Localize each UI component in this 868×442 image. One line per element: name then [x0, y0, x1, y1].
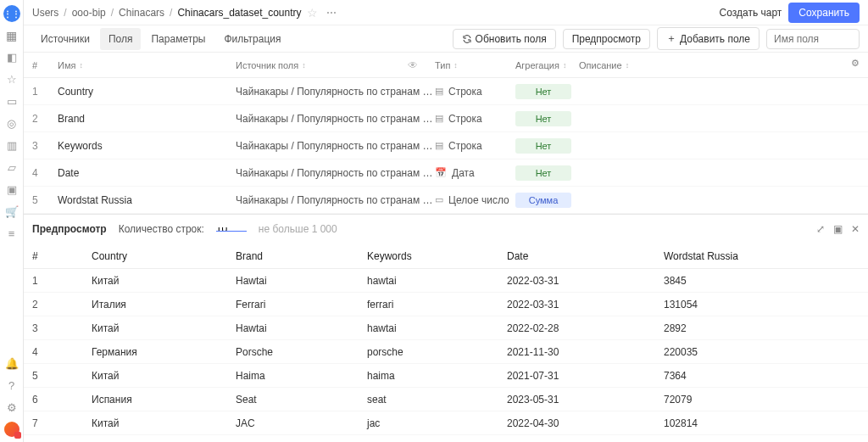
nav-item-3-icon[interactable]: ▭	[4, 93, 19, 109]
cell: Porsche	[236, 346, 367, 358]
close-icon[interactable]: ✕	[851, 223, 860, 235]
nav-item-6-icon[interactable]: ▱	[4, 159, 19, 175]
chart-icon[interactable]: ▥	[4, 137, 19, 153]
cell: 220035	[664, 346, 860, 358]
nav-item-9-icon[interactable]: ≡	[4, 226, 19, 241]
preview-header: Предпросмотр Количество строк: не больше…	[24, 215, 868, 243]
col-name[interactable]: Имя↕	[58, 60, 236, 70]
cell: 2022-03-31	[507, 275, 664, 287]
col-type[interactable]: Тип↕	[435, 60, 515, 70]
col-desc[interactable]: Описание↕	[579, 60, 689, 70]
gear-icon[interactable]: ⚙	[4, 400, 19, 415]
bell-icon[interactable]: 🔔	[4, 355, 19, 371]
cell: 3	[32, 322, 92, 334]
star-icon[interactable]: ☆	[4, 71, 19, 87]
crumb-2[interactable]: Chinacars	[119, 7, 164, 19]
type-icon: ▭	[435, 194, 443, 205]
field-type[interactable]: ▤Строка	[435, 113, 515, 125]
pcol-3: Keywords	[367, 250, 507, 262]
tab-filter[interactable]: Фильтрация	[215, 28, 289, 50]
cell: 1	[32, 275, 92, 287]
field-row[interactable]: 3KeywordsЧайнакары / Популярность по стр…	[24, 132, 868, 159]
field-row[interactable]: 1CountryЧайнакары / Популярность по стра…	[24, 78, 868, 105]
save-button[interactable]: Сохранить	[788, 3, 860, 23]
nav-item-7-icon[interactable]: ▣	[4, 182, 19, 197]
field-agg[interactable]: Нет	[515, 111, 579, 126]
cell: 2022-02-28	[507, 322, 664, 334]
cell: 7	[32, 417, 92, 429]
field-agg[interactable]: Нет	[515, 138, 579, 154]
nav-item-1-icon[interactable]: ◧	[4, 49, 19, 64]
tab-params[interactable]: Параметры	[142, 28, 214, 50]
field-source: Чайнакары / Популярность по странам – Wo…	[236, 194, 435, 206]
preview-row: 2ИталияFerrariferrari2022-03-31131054	[24, 293, 868, 316]
col-agg[interactable]: Агрегация↕	[515, 60, 579, 70]
eye-off-icon[interactable]: 👁	[408, 59, 418, 71]
preview-row: 6ИспанияSeatseat2023-05-3172079	[24, 388, 868, 411]
row-num: 2	[32, 113, 58, 125]
preview-button[interactable]: Предпросмотр	[563, 29, 650, 49]
field-row[interactable]: 5Wordstat RussiaЧайнакары / Популярность…	[24, 187, 868, 214]
pcol-4: Date	[507, 250, 664, 262]
avatar[interactable]	[4, 422, 19, 437]
cell: 2023-05-31	[507, 394, 664, 406]
field-search-input[interactable]	[766, 29, 860, 49]
field-agg[interactable]: Нет	[515, 84, 579, 99]
add-field-label: Добавить поле	[680, 33, 750, 45]
field-row[interactable]: 2BrandЧайнакары / Популярность по страна…	[24, 105, 868, 132]
crumb-3[interactable]: Chinacars_dataset_country	[177, 7, 301, 19]
row-count-input[interactable]	[216, 227, 247, 232]
field-row[interactable]: 4DateЧайнакары / Популярность по странам…	[24, 159, 868, 187]
sort-icon: ↕	[453, 61, 458, 70]
field-source: Чайнакары / Популярность по странам – Wo…	[236, 167, 435, 179]
cart-icon[interactable]: 🛒	[4, 204, 19, 219]
cell: JAC	[236, 417, 367, 429]
pcol-0: #	[32, 250, 92, 262]
add-field-button[interactable]: ＋ Добавить поле	[657, 27, 760, 50]
cell: Hawtai	[236, 275, 367, 287]
row-num: 4	[32, 167, 58, 179]
cell: Haima	[236, 370, 367, 382]
main-area: Users / ooo-bip / Chinacars / Chinacars_…	[24, 0, 868, 442]
dock-icon[interactable]: ▣	[833, 223, 843, 235]
create-chart-button[interactable]: Создать чарт	[720, 7, 782, 19]
field-type[interactable]: ▤Строка	[435, 86, 515, 98]
sort-icon: ↕	[302, 61, 306, 70]
preview-row: 5КитайHaimahaima2021-07-317364	[24, 364, 868, 388]
tab-fields[interactable]: Поля	[100, 28, 142, 50]
field-source: Чайнакары / Популярность по странам – Wo…	[236, 113, 435, 125]
refresh-fields-button[interactable]: Обновить поля	[453, 29, 556, 49]
cell: 102814	[664, 417, 860, 429]
row-count-hint: не больше 1 000	[259, 223, 337, 235]
app-logo-icon[interactable]: ⋮⋮	[3, 5, 20, 22]
help-icon[interactable]: ?	[4, 378, 19, 393]
favorite-star-icon[interactable]: ☆	[307, 6, 318, 20]
crumb-1[interactable]: ooo-bip	[72, 7, 106, 19]
apps-grid-icon[interactable]: ▦	[6, 29, 17, 42]
row-num: 3	[32, 140, 58, 152]
expand-icon[interactable]: ⤢	[816, 223, 825, 235]
nav-item-4-icon[interactable]: ◎	[4, 115, 19, 131]
sort-icon: ↕	[79, 61, 83, 70]
table-gear-icon[interactable]: ⚙	[851, 58, 860, 69]
preview-row: 8КитайJACjac2022-11-30425953	[24, 435, 868, 442]
sort-icon: ↕	[626, 61, 630, 70]
field-agg[interactable]: Нет	[515, 165, 579, 181]
field-agg[interactable]: Сумма	[515, 193, 579, 208]
cell: 2892	[664, 322, 860, 334]
cell: Китай	[92, 322, 236, 334]
field-name: Date	[58, 167, 236, 179]
more-icon[interactable]: ⋯	[323, 7, 340, 19]
cell: ferrari	[367, 299, 507, 311]
field-type[interactable]: 📅Дата	[435, 167, 515, 179]
field-type[interactable]: ▭Целое число	[435, 194, 515, 206]
cell: Ferrari	[236, 299, 367, 311]
crumb-sep: /	[111, 7, 114, 19]
tab-sources[interactable]: Источники	[32, 28, 98, 50]
pcol-2: Brand	[236, 250, 367, 262]
crumb-0[interactable]: Users	[32, 7, 58, 19]
field-type[interactable]: ▤Строка	[435, 140, 515, 152]
cell: 2022-03-31	[507, 299, 664, 311]
col-source[interactable]: Источник поля↕👁	[236, 60, 435, 70]
crumb-sep: /	[170, 7, 172, 19]
